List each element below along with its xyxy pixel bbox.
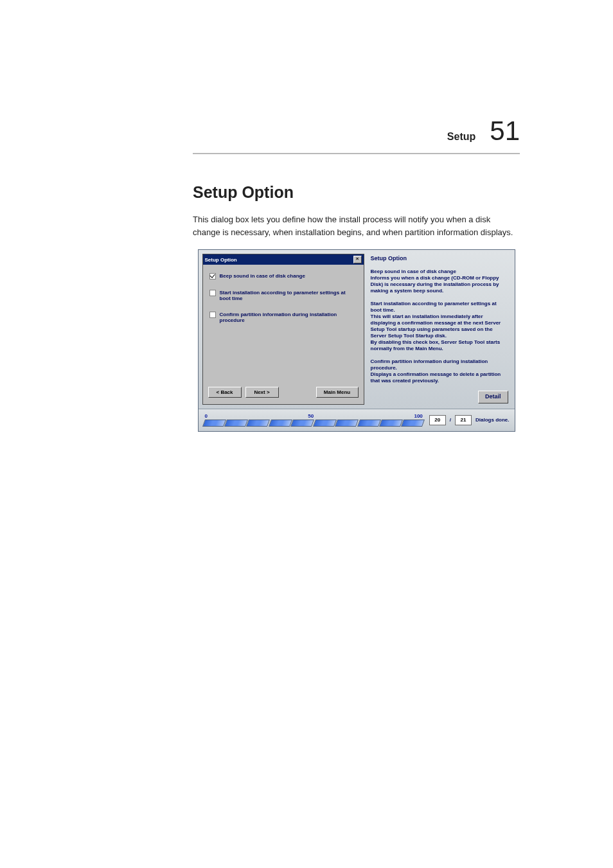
checkbox-start-install[interactable]: Start installation according to paramete… (209, 290, 357, 301)
checkbox-label: Confirm partition information during ins… (220, 312, 357, 323)
status-bar: 0 50 100 20 / 21 Dialogs done. (199, 409, 515, 431)
status-sep: / (450, 417, 451, 423)
embedded-screenshot: Setup Option × Beep sound in case of dis… (199, 250, 515, 431)
progress-indicator: 0 50 100 (204, 413, 424, 427)
status-total: 21 (455, 415, 472, 425)
next-button[interactable]: Next > (245, 387, 279, 398)
help-title: Setup Option (371, 255, 508, 262)
header-section-label: Setup (447, 131, 475, 143)
dialog-titlebar: Setup Option × (203, 254, 364, 265)
checkbox-icon[interactable] (209, 312, 216, 318)
detail-button[interactable]: Detail (478, 391, 508, 403)
setup-option-dialog: Setup Option × Beep sound in case of dis… (202, 254, 364, 405)
progress-label-min: 0 (205, 413, 208, 419)
checkbox-label: Start installation according to paramete… (220, 290, 357, 301)
help-block-3: Confirm partition information during ins… (371, 359, 508, 384)
dialog-title-text: Setup Option (205, 257, 237, 263)
section-paragraph: This dialog box lets you define how the … (193, 213, 520, 238)
checkbox-label: Beep sound in case of disk change (220, 273, 305, 279)
progress-label-mid: 50 (308, 413, 314, 419)
back-button[interactable]: < Back (208, 387, 242, 398)
header-divider (193, 153, 520, 154)
status-text: Dialogs done. (475, 417, 509, 423)
status-counter: 20 / 21 Dialogs done. (429, 415, 510, 425)
progress-label-max: 100 (414, 413, 422, 419)
main-menu-button[interactable]: Main Menu (316, 387, 359, 398)
dialog-button-row: < Back Next > Main Menu (203, 380, 364, 404)
page-header: Setup 51 (193, 116, 520, 146)
section-title: Setup Option (193, 183, 520, 202)
help-block-1: Beep sound in case of disk change Inform… (371, 269, 508, 294)
page-number: 51 (490, 116, 520, 146)
checkbox-confirm-partition[interactable]: Confirm partition information during ins… (209, 312, 357, 323)
checkbox-beep[interactable]: Beep sound in case of disk change (209, 273, 357, 279)
checkbox-icon[interactable] (209, 273, 216, 279)
progress-scale (204, 420, 424, 427)
checkbox-icon[interactable] (209, 290, 216, 296)
close-icon[interactable]: × (353, 256, 362, 263)
help-block-2: Start installation according to paramete… (371, 301, 508, 352)
help-pane: Setup Option Beep sound in case of disk … (369, 254, 511, 405)
status-current: 20 (429, 415, 446, 425)
